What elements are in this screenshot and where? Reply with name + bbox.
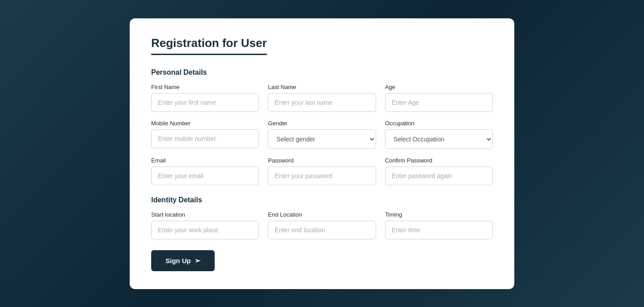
mobile-number-group: Mobile Number xyxy=(151,120,259,149)
signup-button-label: Sign Up xyxy=(165,257,191,264)
end-location-group: End Location xyxy=(268,211,376,239)
password-group: Password xyxy=(268,157,376,185)
first-name-group: First Name xyxy=(151,84,259,112)
confirm-password-group: Confirm Password xyxy=(385,157,493,185)
occupation-label: Occupation xyxy=(385,120,493,127)
signup-button[interactable]: Sign Up ➢ xyxy=(151,250,215,271)
email-group: Email xyxy=(151,157,259,185)
signup-arrow-icon: ➢ xyxy=(195,256,200,265)
password-input[interactable] xyxy=(268,166,376,185)
gender-label: Gender xyxy=(268,120,376,127)
form-title: Registration for User xyxy=(151,36,267,55)
row-mobile-gender-occupation: Mobile Number Gender Select gender Male … xyxy=(151,120,493,149)
row-email-password: Email Password Confirm Password xyxy=(151,157,493,185)
confirm-password-input[interactable] xyxy=(385,166,493,185)
last-name-input[interactable] xyxy=(268,93,376,112)
last-name-label: Last Name xyxy=(268,84,376,90)
confirm-password-label: Confirm Password xyxy=(385,157,493,164)
password-label: Password xyxy=(268,157,376,164)
occupation-group: Occupation Select Occupation Student Emp… xyxy=(385,120,493,149)
timing-label: Timing xyxy=(385,211,493,218)
gender-group: Gender Select gender Male Female Other xyxy=(268,120,376,149)
start-location-label: Start location xyxy=(151,211,259,218)
row-name-age: First Name Last Name Age xyxy=(151,84,493,112)
first-name-label: First Name xyxy=(151,84,259,90)
last-name-group: Last Name xyxy=(268,84,376,112)
mobile-number-input[interactable] xyxy=(151,129,259,148)
email-input[interactable] xyxy=(151,166,259,185)
timing-group: Timing xyxy=(385,211,493,239)
registration-form-card: Registration for User Personal Details F… xyxy=(130,18,514,289)
end-location-input[interactable] xyxy=(268,221,376,239)
occupation-select[interactable]: Select Occupation Student Employee Busin… xyxy=(385,129,493,149)
mobile-number-label: Mobile Number xyxy=(151,120,259,127)
identity-details-section-title: Identity Details xyxy=(151,196,493,204)
gender-select[interactable]: Select gender Male Female Other xyxy=(268,129,376,149)
age-group: Age xyxy=(385,84,493,112)
age-input[interactable] xyxy=(385,93,493,112)
timing-input[interactable] xyxy=(385,221,493,239)
first-name-input[interactable] xyxy=(151,93,259,112)
end-location-label: End Location xyxy=(268,211,376,218)
email-label: Email xyxy=(151,157,259,164)
personal-details-section-title: Personal Details xyxy=(151,68,493,77)
start-location-input[interactable] xyxy=(151,221,259,239)
row-location-timing: Start location End Location Timing xyxy=(151,211,493,239)
age-label: Age xyxy=(385,84,493,90)
start-location-group: Start location xyxy=(151,211,259,239)
